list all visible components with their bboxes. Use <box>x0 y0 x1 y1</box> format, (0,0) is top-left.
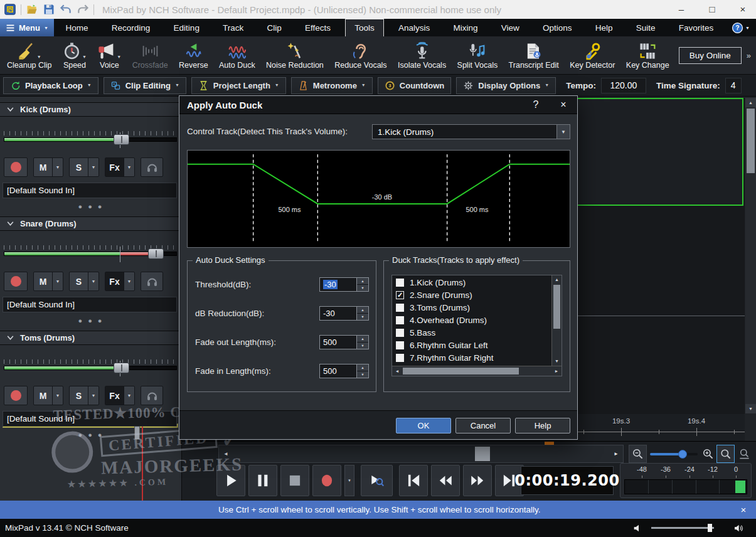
spinner-input[interactable]: -30 <box>320 278 356 291</box>
volume-slider-thumb[interactable] <box>708 524 712 532</box>
ribbon-cleanup-clip-button[interactable]: ▼Cleanup Clip <box>4 40 55 71</box>
spin-up-button[interactable]: ▲ <box>357 278 368 285</box>
record-arm-button[interactable] <box>4 157 28 177</box>
spin-down-button[interactable]: ▼ <box>357 314 368 320</box>
horizontal-scrollbar[interactable]: ◄ ► <box>218 445 624 463</box>
duck-track-6-rhythm-guitar-left[interactable]: 6.Rhythm Guitar Left <box>393 339 551 351</box>
record-arm-button[interactable] <box>4 386 28 405</box>
checkbox[interactable] <box>396 316 404 324</box>
fx-button[interactable]: Fx▼ <box>105 157 135 177</box>
speaker-icon[interactable] <box>632 523 642 533</box>
duck-track-3-toms-drums[interactable]: 3.Toms (Drums) <box>393 301 551 314</box>
clip-editing-button[interactable]: Clip Editing▼ <box>104 77 186 94</box>
menu-item-clip[interactable]: Clip <box>258 19 290 36</box>
menu-item-mixing[interactable]: Mixing <box>445 19 487 36</box>
track-input-device[interactable]: [Default Sound In] <box>3 183 177 198</box>
ribbon-transcript-edit-button[interactable]: Transcript Edit <box>506 40 562 71</box>
ribbon-reduce-vocals-button[interactable]: Reduce Vocals <box>331 40 390 71</box>
fx-button[interactable]: Fx▼ <box>105 386 135 405</box>
menu-item-track[interactable]: Track <box>214 19 252 36</box>
duck-track-4-overhead-drums[interactable]: 4.Overhead (Drums) <box>393 314 551 326</box>
spin-down-button[interactable]: ▼ <box>357 285 368 291</box>
save-project-button[interactable] <box>43 3 55 16</box>
track-input-device[interactable]: [Default Sound In] <box>3 297 177 312</box>
fader-handle[interactable] <box>148 248 164 259</box>
spinner-input[interactable]: 500 <box>320 364 356 378</box>
chevron-down-icon[interactable]: ▼ <box>88 272 98 290</box>
headphones-button[interactable] <box>141 386 163 405</box>
scrub-button[interactable] <box>361 465 393 496</box>
volume-fader[interactable] <box>4 245 177 262</box>
scroll-down-button[interactable]: ▼ <box>745 404 756 413</box>
skip-start-button[interactable] <box>399 465 428 496</box>
zoom-in-button[interactable] <box>699 445 717 463</box>
fx-button[interactable]: Fx▼ <box>105 272 135 291</box>
menu-item-analysis[interactable]: Analysis <box>390 19 439 36</box>
volume-fader[interactable] <box>4 131 177 147</box>
vertical-scrollbar-thumb[interactable] <box>747 109 755 173</box>
spin-up-button[interactable]: ▲ <box>357 307 368 314</box>
menu-item-editing[interactable]: Editing <box>165 19 208 36</box>
menu-button[interactable]: Menu ▼ <box>0 19 54 36</box>
checkbox[interactable]: ✓ <box>396 291 404 299</box>
menu-item-recording[interactable]: Recording <box>103 19 159 36</box>
scroll-right-button[interactable]: ► <box>609 445 623 462</box>
solo-button[interactable]: S▼ <box>69 386 99 405</box>
buy-online-button[interactable]: Buy Online <box>679 47 742 64</box>
list-horizontal-scrollbar[interactable]: ◄ ► <box>392 366 562 376</box>
volume-slider[interactable] <box>651 527 714 529</box>
mute-button[interactable]: M▼ <box>33 272 63 291</box>
track-header[interactable]: Kick (Drums) <box>0 102 182 117</box>
help-button[interactable]: Help <box>515 418 570 433</box>
scroll-left-button[interactable]: ◄ <box>219 445 233 462</box>
zoom-slider-thumb[interactable] <box>678 450 687 459</box>
scroll-up-button[interactable]: ▲ <box>552 275 562 284</box>
solo-button[interactable]: S▼ <box>69 272 99 291</box>
zoom-selection-button[interactable] <box>716 445 735 463</box>
headphones-button[interactable] <box>141 157 163 177</box>
ok-button[interactable]: OK <box>396 418 451 433</box>
close-button[interactable]: × <box>730 0 756 19</box>
menu-item-favorites[interactable]: Favorites <box>670 19 723 36</box>
speaker-loud-icon[interactable] <box>733 523 744 533</box>
display-options-button[interactable]: Display Options▼ <box>456 77 556 94</box>
scroll-up-button[interactable]: ▲ <box>745 98 756 107</box>
duck-track-7-rhythm-guitar-right[interactable]: 7.Rhythm Guitar Right <box>393 351 551 364</box>
ribbon-split-vocals-button[interactable]: Split Vocals <box>454 40 501 71</box>
track-resize-grip[interactable]: ● ● ● <box>0 203 182 210</box>
ribbon-overflow-chevron[interactable]: » <box>747 51 751 60</box>
scroll-down-button[interactable]: ▼ <box>552 357 562 366</box>
maximize-button[interactable]: □ <box>699 0 725 19</box>
ribbon-noise-reduction-button[interactable]: Noise Reduction <box>263 40 327 71</box>
cancel-button[interactable]: Cancel <box>455 418 511 433</box>
playback-loop-button[interactable]: Playback Loop▼ <box>3 77 98 94</box>
chevron-down-icon[interactable]: ▼ <box>52 158 63 176</box>
zoom-fit-button[interactable] <box>735 445 753 463</box>
scroll-left-button[interactable]: ◄ <box>392 366 402 376</box>
headphones-button[interactable] <box>141 272 163 291</box>
menu-item-view[interactable]: View <box>492 19 528 36</box>
ribbon-isolate-vocals-button[interactable]: Isolate Vocals <box>395 40 449 71</box>
help-menu-button[interactable]: ? ▼ <box>725 19 756 36</box>
fader-handle[interactable] <box>114 134 129 145</box>
duck-track-1-kick-drums[interactable]: 1.Kick (Drums) <box>393 276 551 289</box>
dialog-help-button[interactable]: ? <box>522 99 550 110</box>
menu-item-home[interactable]: Home <box>57 19 97 36</box>
menu-item-tools[interactable]: Tools <box>345 19 384 36</box>
open-project-button[interactable] <box>26 3 38 16</box>
menu-item-effects[interactable]: Effects <box>296 19 339 36</box>
chevron-down-icon[interactable]: ▼ <box>52 386 63 405</box>
tempo-input[interactable] <box>601 78 646 93</box>
zoom-slider[interactable] <box>650 445 698 463</box>
control-track-select[interactable]: 1.Kick (Drums) ▼ <box>372 124 570 139</box>
ribbon-key-change-button[interactable]: Key Change <box>623 40 673 71</box>
horizontal-scrollbar-thumb[interactable] <box>475 447 490 461</box>
spin-down-button[interactable]: ▼ <box>357 371 368 378</box>
notification-close-button[interactable]: × <box>737 501 750 519</box>
checkbox[interactable] <box>396 354 404 362</box>
ribbon-reverse-button[interactable]: Reverse <box>176 40 211 71</box>
menu-item-suite[interactable]: Suite <box>627 19 664 36</box>
chevron-down-icon[interactable]: ▼ <box>124 272 134 290</box>
track-resize-grip[interactable]: ● ● ● <box>0 317 182 324</box>
scrollbar-thumb[interactable] <box>553 285 560 329</box>
